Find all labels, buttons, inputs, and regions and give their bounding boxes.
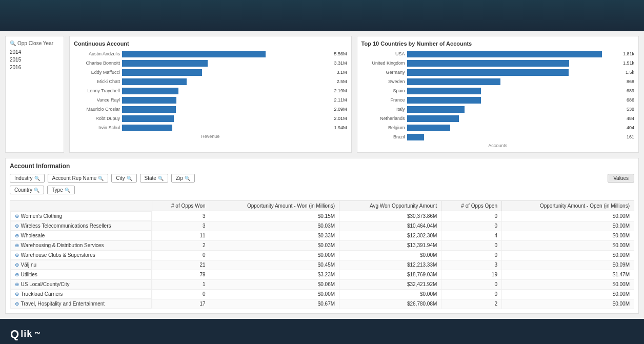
bar-value: 1.51k — [623, 60, 634, 66]
table-row: ⊕US Local/County/City1$0.06M$32,421.92M0… — [10, 279, 634, 289]
table-cell-4: $0.00M — [501, 279, 634, 289]
table-cell-1: $0.00M — [210, 250, 339, 260]
table-cell-0: 3 — [152, 221, 210, 231]
filter-btn-account-rep-name[interactable]: Account Rep Name 🔍 — [48, 174, 109, 183]
bar-fill — [122, 115, 174, 122]
filter-row-2: Country 🔍Type 🔍 — [10, 186, 195, 194]
bar-label: USA — [361, 51, 405, 56]
bar-fill — [407, 60, 570, 67]
bar-fill — [122, 106, 176, 113]
table-cell-3: 3 — [441, 260, 502, 270]
table-header-0 — [10, 201, 152, 211]
table-cell-name[interactable]: ⊕Warehouse Clubs & Superstores — [10, 250, 152, 260]
filter-year-item[interactable]: 2014 — [10, 48, 59, 56]
table-header-5: Opportunity Amount - Open (in Millions) — [501, 201, 634, 211]
table-cell-3: 0 — [441, 279, 502, 289]
account-table-container: # of Opps WonOpportunity Amount - Won (i… — [10, 200, 634, 309]
bar-container — [407, 125, 625, 131]
bar-fill — [407, 106, 465, 113]
table-cell-2: $13,391.94M — [339, 240, 441, 250]
table-cell-name[interactable]: ⊕Utilities — [10, 270, 152, 279]
bar-container — [407, 51, 621, 57]
table-cell-2: $30,373.86M — [339, 211, 441, 221]
table-cell-4: $0.00M — [501, 299, 634, 309]
bar-fill — [407, 125, 451, 131]
top-countries-chart: USA1.81kUnited Kingdom1.51kGermany1.5kSw… — [361, 50, 635, 141]
bar-value: 2.09M — [334, 107, 347, 112]
filter-year-item[interactable]: 2015 — [10, 56, 59, 64]
bar-value: 2.01M — [334, 116, 347, 121]
table-cell-3: 0 — [441, 240, 502, 250]
bar-row: Micki Chatt2.5M — [74, 77, 347, 86]
table-cell-name[interactable]: ⊕Warehousing & Distribution Services — [10, 240, 152, 250]
row-expand-icon[interactable]: ⊕ — [15, 233, 19, 238]
bar-container — [122, 51, 332, 57]
row-expand-icon[interactable]: ⊕ — [15, 252, 19, 258]
table-cell-name[interactable]: ⊕Wireless Telecommunications Resellers — [10, 221, 152, 231]
bar-row: Germany1.5k — [361, 68, 635, 76]
opp-close-year-title: 🔍 Opp Close Year — [10, 41, 59, 46]
table-cell-4: $0.00M — [501, 231, 634, 240]
bar-value: 1.5k — [626, 70, 634, 75]
filter-btn-zip[interactable]: Zip 🔍 — [171, 174, 195, 183]
charts-row: 🔍 Opp Close Year 201420152016 Continuous… — [5, 36, 639, 153]
table-cell-1: $0.45M — [210, 260, 339, 270]
row-expand-icon[interactable]: ⊕ — [15, 242, 19, 248]
table-cell-name[interactable]: ⊕Truckload Carriers — [10, 289, 152, 299]
bar-value: 689 — [627, 88, 634, 93]
filter-btn-state[interactable]: State 🔍 — [140, 174, 168, 183]
table-cell-1: $0.67M — [210, 299, 339, 309]
values-button[interactable]: Values — [608, 174, 634, 183]
table-cell-name[interactable]: ⊕Välj nu — [10, 260, 152, 270]
row-expand-icon[interactable]: ⊕ — [15, 223, 19, 229]
bar-row: Charise Bonnoitt3.31M — [74, 59, 347, 67]
table-header-1: # of Opps Won — [152, 201, 210, 211]
table-cell-0: 3 — [152, 211, 210, 221]
table-row: ⊕Travel, Hospitality and Entertainment17… — [10, 299, 634, 309]
filter-btn-type[interactable]: Type 🔍 — [47, 186, 75, 194]
continuous-axis-label: Revenue — [74, 134, 347, 139]
filter-btn-country[interactable]: Country 🔍 — [10, 186, 44, 194]
bar-fill — [122, 60, 208, 67]
bar-value: 484 — [627, 116, 634, 121]
table-cell-0: 21 — [152, 260, 210, 270]
filter-btn-city[interactable]: City 🔍 — [111, 174, 136, 183]
bar-value: 404 — [627, 125, 634, 130]
table-cell-name[interactable]: ⊕Travel, Hospitality and Entertainment — [10, 299, 152, 309]
table-cell-3: 2 — [441, 299, 502, 309]
filter-btn-industry[interactable]: Industry 🔍 — [10, 174, 45, 183]
table-cell-name[interactable]: ⊕Women's Clothing — [10, 211, 152, 221]
row-expand-icon[interactable]: ⊕ — [15, 281, 19, 287]
row-expand-icon[interactable]: ⊕ — [15, 213, 19, 219]
row-expand-icon[interactable]: ⊕ — [15, 291, 19, 297]
filter-buttons-area: Industry 🔍Account Rep Name 🔍City 🔍State … — [10, 174, 195, 197]
filter-year-item[interactable]: 2016 — [10, 64, 59, 71]
table-row: ⊕Utilities79$3.23M$18,769.03M19$1.47M — [10, 270, 634, 279]
row-expand-icon[interactable]: ⊕ — [15, 262, 19, 268]
row-expand-icon[interactable]: ⊕ — [15, 301, 19, 307]
bar-row: USA1.81k — [361, 50, 635, 58]
table-cell-name[interactable]: ⊕US Local/County/City — [10, 279, 152, 289]
bar-row: Austin Andzulis5.56M — [74, 50, 347, 58]
bar-fill — [122, 88, 178, 94]
bar-label: Germany — [361, 70, 405, 75]
search-icon: 🔍 — [34, 188, 39, 193]
table-cell-0: 0 — [152, 250, 210, 260]
table-cell-4: $0.00M — [501, 240, 634, 250]
bar-fill — [122, 78, 187, 85]
table-cell-3: 0 — [441, 221, 502, 231]
bar-row: Eddy Maffucci3.1M — [74, 68, 347, 76]
bar-label: Lenny Traycheff — [74, 88, 120, 93]
table-cell-4: $0.00M — [501, 211, 634, 221]
countries-axis-label: Accounts — [361, 143, 635, 148]
table-cell-4: $1.47M — [501, 270, 634, 279]
table-header-2: Opportunity Amount - Won (in Millions) — [210, 201, 339, 211]
account-information-section: Account Information Industry 🔍Account Re… — [5, 158, 639, 314]
bar-row: Irvin Schul1.94M — [74, 124, 347, 132]
table-row: ⊕Wholesale11$0.33M$12,302.30M4$0.00M — [10, 231, 634, 240]
table-cell-name[interactable]: ⊕Wholesale — [10, 231, 152, 240]
table-row: ⊕Välj nu21$0.45M$12,213.33M3$0.09M — [10, 260, 634, 270]
bar-row: Netherlands484 — [361, 114, 635, 123]
row-expand-icon[interactable]: ⊕ — [15, 272, 19, 277]
table-row: ⊕Truckload Carriers0$0.00M$0.00M0$0.00M — [10, 289, 634, 299]
